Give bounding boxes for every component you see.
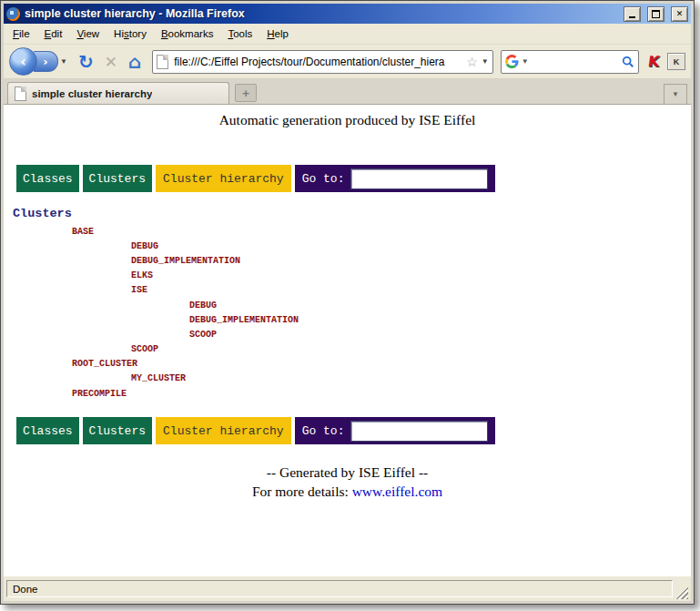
search-input[interactable] — [532, 53, 622, 71]
cluster-link[interactable]: MY_CLUSTER — [4, 372, 691, 386]
classes-button-bottom[interactable]: Classes — [16, 417, 79, 444]
details-prefix: For more details: — [252, 484, 352, 499]
page-content: Automatic generation produced by ISE Eif… — [4, 105, 691, 575]
page-icon — [157, 55, 168, 69]
cluster-link[interactable]: DEBUG — [4, 298, 691, 312]
top-nav-row: Classes Clusters Cluster hierarchy Go to… — [16, 165, 495, 192]
firefox-window: simple cluster hierarchy - Mozilla Firef… — [0, 0, 695, 605]
stop-icon: ✕ — [105, 53, 117, 71]
cluster-link[interactable]: DEBUG_IMPLEMENTATION — [4, 312, 691, 327]
classes-button[interactable]: Classes — [16, 165, 79, 192]
reload-button[interactable]: ↻ — [78, 51, 94, 73]
tab-bar: simple cluster hierarchy + ▼ — [4, 79, 691, 105]
home-icon: ⌂ — [128, 51, 141, 73]
menu-bookmarks[interactable]: Bookmarks — [154, 25, 221, 42]
menu-history[interactable]: History — [107, 25, 154, 42]
bottom-nav-row: Classes Clusters Cluster hierarchy Go to… — [16, 417, 495, 444]
cluster-link[interactable]: SCOOP — [4, 327, 691, 341]
desktop: { "window": { "title": "simple cluster h… — [0, 0, 700, 611]
cluster-link[interactable]: PRECOMPILE — [4, 386, 691, 401]
menu-file[interactable]: File — [5, 25, 37, 42]
firefox-icon — [6, 7, 20, 21]
window-title: simple cluster hierarchy - Mozilla Firef… — [25, 7, 617, 20]
list-all-tabs-button[interactable]: ▼ — [664, 84, 687, 104]
stop-button[interactable]: ✕ — [105, 53, 117, 71]
cluster-link[interactable]: BASE — [4, 224, 691, 239]
home-button[interactable]: ⌂ — [128, 51, 141, 73]
cluster-link[interactable]: ROOT_CLUSTER — [4, 357, 691, 372]
goto-label-bottom: Go to: — [302, 424, 345, 438]
search-bar[interactable]: ▼ — [501, 50, 639, 74]
address-bar[interactable]: file:///C:/Eiffel Projects/tour/Document… — [152, 50, 492, 74]
history-navigation: ‹ › ▼ — [9, 47, 67, 76]
minimize-button[interactable] — [624, 6, 641, 22]
maximize-icon — [652, 10, 660, 18]
back-icon: ‹ — [20, 54, 25, 70]
cluster-link[interactable]: ISE — [4, 283, 691, 298]
navigation-toolbar: ‹ › ▼ ↻ ✕ ⌂ file:///C:/Eiffel Projects/t… — [4, 45, 691, 79]
menu-edit[interactable]: Edit — [37, 25, 70, 42]
page-title: Automatic generation produced by ISE Eif… — [4, 112, 691, 128]
goto-input-top[interactable] — [350, 168, 488, 189]
minimize-icon — [629, 16, 635, 18]
cluster-link[interactable]: DEBUG — [4, 239, 691, 253]
goto-box-bottom: Go to: — [295, 417, 496, 444]
cluster-link[interactable]: DEBUG_IMPLEMENTATION — [4, 253, 691, 268]
cluster-link[interactable]: SCOOP — [4, 342, 691, 357]
cluster-link[interactable]: ELKS — [4, 269, 691, 283]
kaspersky-icon[interactable]: K — [646, 53, 660, 70]
search-magnifier-icon[interactable] — [622, 56, 634, 68]
recent-pages-dropdown[interactable]: ▼ — [60, 57, 67, 66]
status-text: Done — [6, 580, 673, 597]
close-icon: ✕ — [676, 9, 684, 18]
address-dropdown[interactable]: ▼ — [482, 57, 489, 66]
search-engine-dropdown[interactable]: ▼ — [522, 57, 529, 66]
keyboard-icon: K — [674, 57, 680, 66]
address-url[interactable]: file:///C:/Eiffel Projects/tour/Document… — [174, 56, 464, 68]
page-footer: -- Generated by ISE Eiffel -- For more d… — [4, 463, 691, 501]
forward-icon: › — [43, 55, 47, 68]
generated-by-line: -- Generated by ISE Eiffel -- — [4, 463, 691, 482]
new-tab-icon: + — [241, 87, 249, 99]
new-tab-button[interactable]: + — [235, 84, 257, 102]
menu-bar: FileEditViewHistoryBookmarksToolsHelp — [4, 24, 691, 45]
eiffel-com-link[interactable]: www.eiffel.com — [352, 484, 442, 499]
close-button[interactable]: ✕ — [671, 6, 688, 22]
reload-icon: ↻ — [78, 51, 94, 73]
cluster-hierarchy-button-bottom[interactable]: Cluster hierarchy — [156, 417, 291, 444]
tab-page-icon — [15, 87, 26, 101]
goto-input-bottom[interactable] — [350, 421, 488, 442]
keyboard-toolbar-button[interactable]: K — [667, 53, 685, 70]
status-bar: Done — [4, 575, 691, 601]
menu-view[interactable]: View — [69, 25, 107, 42]
tab-label: simple cluster hierarchy — [32, 88, 152, 99]
resize-grip[interactable] — [675, 586, 688, 599]
goto-label: Go to: — [302, 172, 345, 186]
details-line: For more details: www.eiffel.com — [4, 482, 691, 501]
tab-simple-cluster-hierarchy[interactable]: simple cluster hierarchy — [7, 82, 229, 104]
cluster-hierarchy-button[interactable]: Cluster hierarchy — [156, 165, 291, 192]
menu-help[interactable]: Help — [259, 25, 296, 42]
clusters-button-bottom[interactable]: Clusters — [83, 417, 152, 444]
maximize-button[interactable] — [647, 6, 664, 22]
menu-tools[interactable]: Tools — [220, 25, 259, 42]
goto-box: Go to: — [295, 165, 496, 192]
title-bar[interactable]: simple cluster hierarchy - Mozilla Firef… — [4, 4, 691, 24]
google-icon[interactable] — [505, 55, 519, 68]
back-button[interactable]: ‹ — [9, 47, 37, 76]
clusters-heading: Clusters — [13, 207, 72, 220]
bookmark-star-icon[interactable]: ☆ — [466, 55, 478, 69]
cluster-tree: BASEDEBUGDEBUG_IMPLEMENTATIONELKSISEDEBU… — [4, 224, 691, 401]
clusters-button[interactable]: Clusters — [83, 165, 152, 192]
chevron-down-icon: ▼ — [672, 90, 679, 98]
forward-button[interactable]: › — [34, 51, 58, 72]
